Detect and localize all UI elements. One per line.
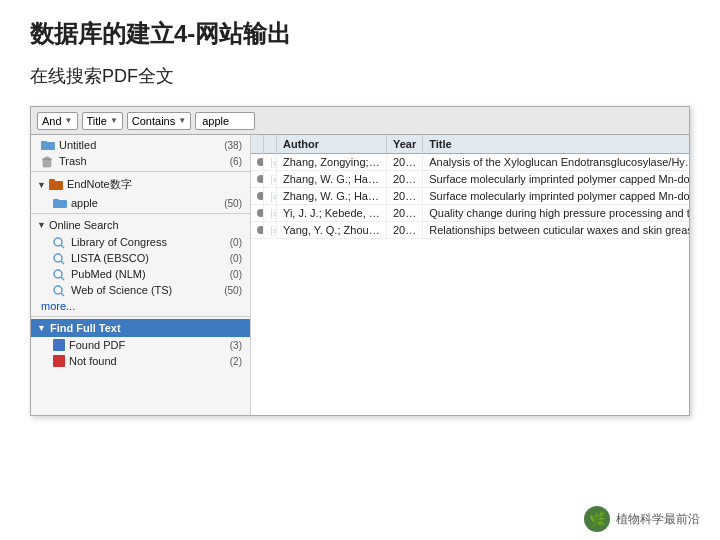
table-row[interactable]: 📄 Yang, Y. Q.; Zhou. ... 2017 Relationsh… [251,222,689,239]
endnote-arrow: ▼ [37,180,46,190]
svg-line-14 [61,277,64,280]
row-status-1 [251,171,264,188]
online-search-header[interactable]: ▼ Online Search [31,216,250,234]
condition-arrow: ▼ [178,116,186,125]
divider-3 [31,316,250,317]
row-title-4: Relationships between cuticular waxes an… [423,222,689,239]
svg-point-15 [54,286,62,294]
watermark-icon: 🌿 [584,506,610,532]
found-pdf-count: (3) [230,340,242,351]
row-pdf-2: 📄 [264,188,277,205]
more-link[interactable]: more... [31,298,250,314]
online-arrow: ▼ [37,220,46,230]
not-found-label: Not found [69,355,117,367]
wos-label: Web of Science (TS) [71,284,172,296]
loc-label: Library of Congress [71,236,167,248]
svg-rect-8 [53,199,59,202]
right-panel: Author Year Title 📄 Zhang, Zongying; ...… [251,135,689,415]
svg-point-9 [54,238,62,246]
field-arrow: ▼ [110,116,118,125]
search-value[interactable]: apple [195,112,255,130]
col-header-year: Year [387,135,423,154]
endnote-group-label: EndNote数字 [67,177,132,192]
table-row[interactable]: 📄 Yi, J. J.; Kebede, B.... 2017 Quality … [251,205,689,222]
col-header-pdf [264,135,277,154]
pubmed-search-icon [53,269,67,279]
panel-item-apple[interactable]: apple (50) [31,195,250,211]
row-pdf-0: 📄 [264,154,277,171]
endnote-group-header[interactable]: ▼ EndNote数字 [31,174,250,195]
svg-line-12 [61,261,64,264]
endnote-group-icon [49,179,63,191]
panel-item-loc[interactable]: Library of Congress (0) [31,234,250,250]
condition-label: Contains [132,115,175,127]
left-panel: Untitled (38) Trash (6) ▼ [31,135,251,415]
row-status-0 [251,154,264,171]
trash-count: (6) [230,156,242,167]
table-row[interactable]: 📄 Zhang, W. G.; Han... 2017 Surface mole… [251,171,689,188]
not-found-icon [53,355,65,367]
apple-count: (50) [224,198,242,209]
lista-search-icon [53,253,67,263]
row-status-4 [251,222,264,239]
footer-watermark: 🌿 植物科学最前沿 [584,506,700,532]
sub-title: 在线搜索PDF全文 [30,64,690,88]
svg-line-10 [61,245,64,248]
panel-item-lista[interactable]: LISTA (EBSCO) (0) [31,250,250,266]
folder-blue-icon [41,140,55,150]
field-dropdown[interactable]: Title ▼ [82,112,123,130]
panel-item-pubmed[interactable]: PubMed (NLM) (0) [31,266,250,282]
row-author-3: Yi, J. J.; Kebede, B.... [277,205,387,222]
online-search-label: Online Search [49,219,119,231]
svg-rect-5 [49,181,63,190]
watermark-text: 植物科学最前沿 [616,511,700,528]
svg-rect-1 [41,141,47,144]
operator-arrow: ▼ [65,116,73,125]
pubmed-label: PubMed (NLM) [71,268,146,280]
panel-item-wos[interactable]: Web of Science (TS) (50) [31,282,250,298]
row-author-1: Zhang, W. G.; Han... [277,171,387,188]
wos-count: (50) [224,285,242,296]
svg-line-16 [61,293,64,296]
fft-arrow: ▼ [37,323,46,333]
table-header-row: Author Year Title [251,135,689,154]
operator-dropdown[interactable]: And ▼ [37,112,78,130]
svg-point-13 [54,270,62,278]
row-status-2 [251,188,264,205]
panel-item-trash[interactable]: Trash (6) [31,153,250,169]
untitled-label: Untitled [59,139,96,151]
panel-item-not-found[interactable]: Not found (2) [31,353,250,369]
row-author-4: Yang, Y. Q.; Zhou. ... [277,222,387,239]
row-pdf-4: 📄 [264,222,277,239]
row-pdf-1: 📄 [264,171,277,188]
table-row[interactable]: 📄 Zhang, W. G.; Han... 2017 Surface mole… [251,188,689,205]
row-year-4: 2017 [387,222,423,239]
trash-label: Trash [59,155,87,167]
apple-folder-icon [53,198,67,208]
find-full-text-header[interactable]: ▼ Find Full Text [31,319,250,337]
row-author-0: Zhang, Zongying; ... [277,154,387,171]
row-year-2: 2017 [387,188,423,205]
trash-icon [41,156,55,166]
svg-point-11 [54,254,62,262]
col-header-author: Author [277,135,387,154]
row-title-2: Surface molecularly imprinted polymer ca… [423,188,689,205]
page-container: 数据库的建立4-网站输出 在线搜索PDF全文 And ▼ Title ▼ Con… [0,0,720,540]
loc-count: (0) [230,237,242,248]
panel-item-found-pdf[interactable]: Found PDF (3) [31,337,250,353]
operator-label: And [42,115,62,127]
not-found-count: (2) [230,356,242,367]
panel-item-untitled[interactable]: Untitled (38) [31,137,250,153]
loc-search-icon [53,237,67,247]
lista-count: (0) [230,253,242,264]
pubmed-count: (0) [230,269,242,280]
lista-label: LISTA (EBSCO) [71,252,149,264]
row-status-3 [251,205,264,222]
svg-rect-6 [49,179,55,182]
table-row[interactable]: 📄 Zhang, Zongying; ... 2017 Analysis of … [251,154,689,171]
row-title-0: Analysis of the Xyloglucan Endotransgluc… [423,154,689,171]
col-header-title: Title [423,135,689,154]
fft-label: Find Full Text [50,322,121,334]
row-year-3: 2017 [387,205,423,222]
condition-dropdown[interactable]: Contains ▼ [127,112,191,130]
